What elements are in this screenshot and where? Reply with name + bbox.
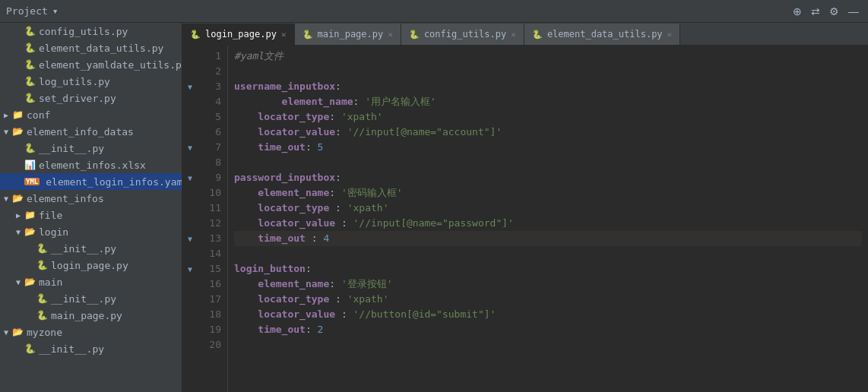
sidebar-item-config-utils[interactable]: 🐍 config_utils.py: [0, 23, 182, 40]
line-num-15: 15: [204, 261, 221, 277]
gutter-line-15[interactable]: ▼: [182, 261, 198, 277]
colon: :: [329, 109, 341, 125]
sidebar-item-main-init[interactable]: 🐍 __init__.py: [0, 290, 182, 307]
sidebar-item-label: log_utils.py: [39, 76, 110, 87]
project-label: Project: [6, 5, 48, 17]
sidebar-item-element-infos[interactable]: ▼ 📂 element_infos: [0, 190, 182, 207]
line-num-5: 5: [204, 109, 221, 125]
sidebar-item-element-infos-xlsx[interactable]: 📊 element_infos.xlsx: [0, 156, 182, 173]
yaml-key: locator_value: [234, 125, 335, 140]
colon: :: [341, 307, 353, 322]
sidebar-item-main-page[interactable]: 🐍 main_page.py: [0, 307, 182, 324]
sidebar-item-log-utils[interactable]: 🐍 log_utils.py: [0, 73, 182, 90]
line-num-9: 9: [204, 170, 221, 185]
sidebar-item-main[interactable]: ▼ 📂 main: [0, 273, 182, 290]
sidebar-item-label: conf: [27, 109, 50, 121]
line-num-4: 4: [204, 94, 221, 109]
sidebar-item-label: set_driver.py: [39, 93, 116, 104]
sidebar-item-element-login-infos-yaml[interactable]: YML element_login_infos.yaml: [0, 173, 182, 190]
add-action-button[interactable]: ⊕: [790, 4, 805, 19]
folder-icon: 📂: [12, 126, 24, 137]
yaml-key: element_name: [234, 277, 329, 292]
tab-close-button[interactable]: ✕: [388, 30, 393, 40]
py-file-icon: 🐍: [36, 293, 48, 304]
sidebar-item-file[interactable]: ▶ 📁 file: [0, 207, 182, 223]
yaml-key: time_out: [234, 231, 312, 246]
sidebar-item-label: login: [39, 226, 68, 238]
colon: :: [335, 292, 347, 307]
line-num-10: 10: [204, 185, 221, 201]
py-file-icon: 🐍: [36, 310, 48, 321]
gutter-line-13[interactable]: ▼: [182, 231, 198, 246]
tab-login-page[interactable]: 🐍 login_page.py ✕: [182, 24, 295, 45]
arrow-icon: ▶: [0, 111, 12, 119]
colon: :: [312, 231, 324, 246]
gutter-line-17: [182, 292, 198, 307]
comment-text: #yaml文件: [234, 49, 284, 64]
code-editor[interactable]: ▼ ▼ ▼ ▼ ▼ 1 2: [182, 46, 868, 392]
yaml-number-value: 2: [318, 322, 324, 337]
sidebar-item-login[interactable]: ▼ 📂 login: [0, 223, 182, 240]
line-num-7: 7: [204, 140, 221, 155]
right-section: 🐍 login_page.py ✕ 🐍 main_page.py ✕ 🐍 con…: [182, 23, 868, 392]
yaml-string-value: 'xpath': [347, 201, 389, 216]
gutter-line-5: [182, 109, 198, 125]
sidebar-item-myzone[interactable]: ▼ 📂 myzone: [0, 324, 182, 340]
tab-label: config_utils.py: [424, 29, 506, 40]
py-file-icon: 🐍: [36, 260, 48, 270]
code-line-5: locator_type: 'xpath': [234, 109, 862, 125]
yaml-key: username_inputbox: [234, 79, 335, 94]
sidebar-item-login-page[interactable]: 🐍 login_page.py: [0, 257, 182, 273]
tab-element-data-utils[interactable]: 🐍 element_data_utils.py ✕: [524, 24, 680, 45]
sidebar-item-label: main_page.py: [51, 310, 122, 321]
sidebar-item-init-py[interactable]: 🐍 __init__.py: [0, 140, 182, 156]
line-num-11: 11: [204, 201, 221, 216]
sidebar-item-label: __init__.py: [51, 293, 116, 305]
tab-label: main_page.py: [318, 29, 384, 40]
tabs-bar: 🐍 login_page.py ✕ 🐍 main_page.py ✕ 🐍 con…: [182, 23, 868, 46]
gutter-line-14: [182, 246, 198, 261]
sort-action-button[interactable]: ⇄: [808, 4, 823, 19]
arrow-icon: ▼: [0, 328, 12, 337]
yaml-key: locator_type: [234, 292, 335, 307]
yaml-key: password_inputbox: [234, 170, 335, 185]
gutter-line-7[interactable]: ▼: [182, 140, 198, 155]
sidebar-item-label: element_info_datas: [27, 126, 134, 138]
tab-close-button[interactable]: ✕: [511, 30, 516, 40]
sidebar-item-element-yamldate-utils[interactable]: 🐍 element_yamldate_utils.py: [0, 56, 182, 73]
folder-icon: 📁: [24, 210, 36, 220]
minimize-action-button[interactable]: —: [845, 4, 862, 19]
sidebar-item-set-driver[interactable]: 🐍 set_driver.py: [0, 90, 182, 106]
gutter-line-2: [182, 64, 198, 79]
tab-close-button[interactable]: ✕: [667, 30, 673, 40]
line-num-6: 6: [204, 125, 221, 140]
sidebar-item-element-info-datas[interactable]: ▼ 📂 element_info_datas: [0, 123, 182, 140]
sidebar-item-element-data-utils[interactable]: 🐍 element_data_utils.py: [0, 40, 182, 56]
gutter-line-16: [182, 277, 198, 292]
sidebar-item-label: login_page.py: [51, 260, 128, 271]
gutter-line-3[interactable]: ▼: [182, 79, 198, 94]
line-numbers: 1 2 3 4 5 6 7 8 9 10 11 12 13 14 15 16 1…: [198, 46, 228, 392]
sidebar-item-myzone-init[interactable]: 🐍 __init__.py: [0, 340, 182, 357]
sidebar-item-conf[interactable]: ▶ 📁 conf: [0, 106, 182, 123]
tab-label: element_data_utils.py: [547, 29, 663, 40]
code-line-11: locator_type : 'xpath': [234, 201, 862, 216]
tab-main-page[interactable]: 🐍 main_page.py ✕: [295, 24, 401, 45]
gutter-line-19: [182, 322, 198, 337]
colon: :: [306, 322, 318, 337]
line-num-13: 13: [204, 231, 221, 246]
top-bar: Project ▾ ⊕ ⇄ ⚙ —: [0, 0, 868, 23]
yaml-string-value: '//input[@name="password"]': [353, 216, 514, 231]
sidebar-item-login-init[interactable]: 🐍 __init__.py: [0, 240, 182, 257]
gutter-line-9[interactable]: ▼: [182, 170, 198, 185]
tab-close-button[interactable]: ✕: [281, 30, 287, 40]
settings-action-button[interactable]: ⚙: [826, 4, 842, 19]
sidebar-item-label: main: [39, 277, 62, 288]
tab-config-utils[interactable]: 🐍 config_utils.py ✕: [401, 24, 524, 45]
line-num-17: 17: [204, 292, 221, 307]
code-line-4: ____ element_name: '用户名输入框': [234, 94, 862, 109]
arrow-icon: ▶: [12, 211, 24, 220]
gutter-line-8: [182, 155, 198, 170]
chevron-down-icon: ▾: [52, 5, 59, 17]
colon: :: [335, 79, 341, 94]
